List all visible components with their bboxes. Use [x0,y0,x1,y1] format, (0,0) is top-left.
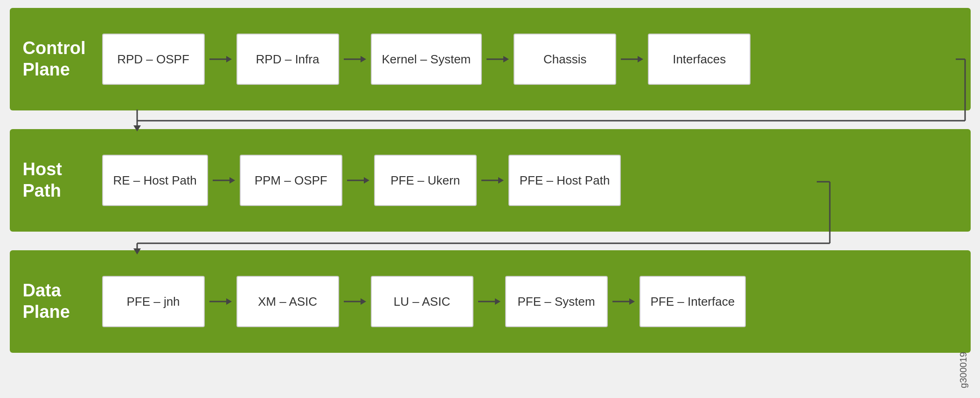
arrow-3 [482,52,514,66]
arrow-1 [205,52,236,66]
box-chassis: Chassis [514,34,616,85]
figure-label: g300019 [956,350,971,390]
svg-marker-21 [629,298,635,305]
box-xm-asic: XM – ASIC [236,276,339,327]
arrow-7 [477,173,508,187]
host-path-band: HostPath RE – Host Path PPM – OSPF PFE –… [10,129,971,232]
svg-marker-15 [226,298,232,305]
arrow-11 [608,295,639,309]
box-pfe-interface: PFE – Interface [639,276,746,327]
box-lu-asic: LU – ASIC [371,276,473,327]
svg-marker-11 [364,177,369,184]
box-re-host-path: RE – Host Path [102,155,208,206]
svg-marker-3 [361,56,366,62]
svg-marker-1 [226,56,232,62]
diagram-wrapper: ControlPlane RPD – OSPF RPD – Infra Kern… [10,8,971,390]
box-kernel-system: Kernel – System [371,34,482,85]
svg-marker-9 [229,177,235,184]
data-plane-label: DataPlane [23,280,102,323]
svg-marker-17 [361,298,366,305]
box-rpd-infra: RPD – Infra [236,34,339,85]
box-interfaces: Interfaces [648,34,751,85]
data-plane-boxes: PFE – jnh XM – ASIC LU – ASIC [102,276,958,327]
arrow-4 [616,52,648,66]
box-ppm-ospf: PPM – OSPF [240,155,342,206]
svg-marker-7 [638,56,643,62]
box-pfe-ukern: PFE – Ukern [374,155,477,206]
control-plane-band: ControlPlane RPD – OSPF RPD – Infra Kern… [10,8,971,110]
host-path-boxes: RE – Host Path PPM – OSPF PFE – Ukern [102,155,958,206]
box-pfe-jnh: PFE – jnh [102,276,205,327]
arrow-10 [473,295,505,309]
arrow-9 [339,295,371,309]
svg-marker-19 [495,298,500,305]
host-path-label: HostPath [23,159,102,201]
control-plane-label: ControlPlane [23,38,102,80]
arrow-2 [339,52,371,66]
arrow-8 [205,295,236,309]
svg-marker-13 [498,177,504,184]
arrow-5 [208,173,240,187]
data-plane-band: DataPlane PFE – jnh XM – ASIC LU – ASIC [10,250,971,353]
box-rpd-ospf: RPD – OSPF [102,34,205,85]
box-pfe-system: PFE – System [505,276,608,327]
svg-marker-5 [503,56,509,62]
arrow-6 [342,173,374,187]
box-pfe-host-path: PFE – Host Path [508,155,621,206]
control-plane-boxes: RPD – OSPF RPD – Infra Kernel – System [102,34,958,85]
